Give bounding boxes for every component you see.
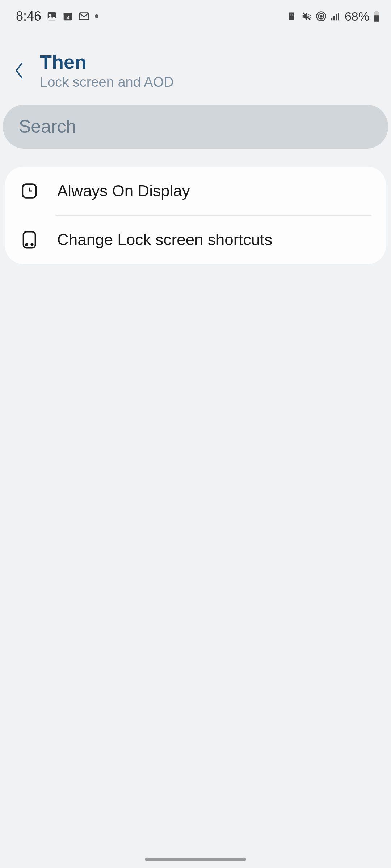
svg-rect-19 [336,14,337,20]
status-time: 8:46 [16,9,41,24]
status-right: 68% [287,9,380,24]
option-always-on-display[interactable]: Always On Display [5,167,386,215]
page-title: Then [40,51,174,73]
status-left: 8:46 3 [16,9,98,24]
svg-rect-20 [338,13,339,20]
option-change-lock-shortcuts[interactable]: Change Lock screen shortcuts [5,216,386,264]
page-subtitle: Lock screen and AOD [40,75,174,90]
battery-icon [373,10,380,22]
option-label: Change Lock screen shortcuts [57,231,272,249]
mute-vibrate-icon [301,11,312,22]
navigation-handle[interactable] [145,858,246,861]
svg-rect-25 [24,232,35,248]
calendar-icon: 3 [62,11,73,22]
svg-rect-18 [333,16,335,20]
svg-rect-6 [289,13,294,20]
signal-icon [330,11,341,22]
photo-icon [46,11,57,22]
svg-rect-17 [331,18,332,20]
svg-point-27 [31,244,33,246]
svg-rect-22 [375,11,378,12]
shortcuts-icon [20,230,39,250]
status-bar: 8:46 3 68% [0,0,391,29]
header-text: Then Lock screen and AOD [40,51,174,90]
svg-point-26 [26,244,28,246]
svg-rect-8 [292,14,293,14]
back-button[interactable] [11,56,29,85]
page-header: Then Lock screen and AOD [0,29,391,105]
search-input[interactable] [19,116,372,137]
building-icon [287,11,298,21]
svg-rect-9 [290,16,291,16]
svg-rect-10 [292,16,293,16]
battery-percent: 68% [345,9,369,24]
dot-icon [95,14,98,18]
gmail-icon [78,10,90,22]
chevron-left-icon [14,61,25,80]
svg-rect-23 [374,15,379,21]
options-card: Always On Display Change Lock screen sho… [5,167,386,264]
svg-text:3: 3 [66,15,69,20]
svg-rect-7 [290,14,291,14]
hotspot-icon [316,11,327,22]
search-bar[interactable] [3,105,388,149]
svg-point-1 [49,14,51,16]
svg-point-14 [320,16,322,17]
aod-icon [20,181,39,201]
option-label: Always On Display [57,182,190,200]
